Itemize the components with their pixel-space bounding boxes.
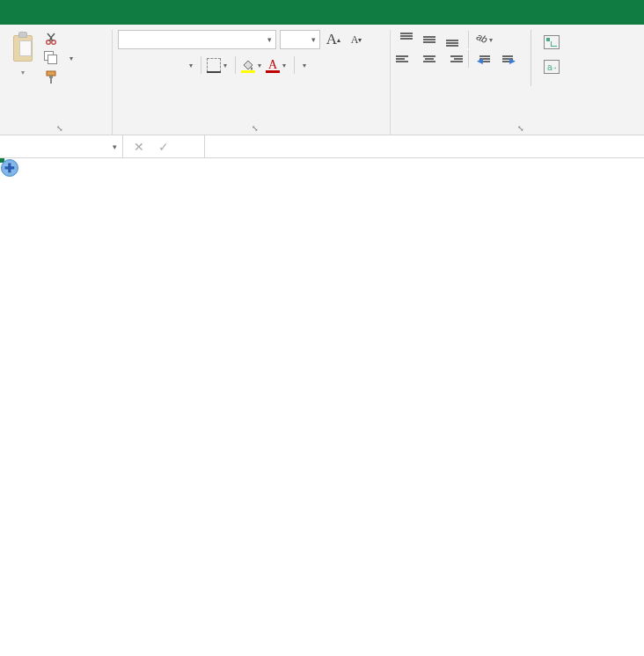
scissors-icon	[44, 32, 58, 46]
align-left-button[interactable]	[396, 49, 417, 69]
copy-dropdown-icon[interactable]: ▾	[67, 55, 76, 62]
enter-formula-button[interactable]: ✓	[151, 135, 176, 157]
decrease-font-button[interactable]: A▾	[347, 30, 366, 49]
decrease-indent-button[interactable]: ◀	[474, 49, 495, 69]
svg-point-0	[47, 40, 51, 45]
border-button[interactable]: ▾	[207, 58, 230, 72]
underline-dropdown-icon[interactable]: ▾	[187, 62, 195, 69]
brush-icon	[44, 70, 58, 84]
align-right-button[interactable]	[442, 49, 463, 69]
font-launcher-icon[interactable]: ⤡	[252, 124, 259, 133]
font-color-dropdown-icon[interactable]: ▾	[280, 62, 289, 69]
ribbon-group-font: ▾ ▾ A▴ A▾ ▾ ▾	[113, 30, 391, 135]
align-middle-button[interactable]	[419, 30, 440, 49]
cursor-icon: ✚	[0, 158, 19, 178]
cut-button[interactable]	[44, 32, 76, 46]
font-group-label: ⤡	[118, 122, 384, 133]
merge-icon: a→	[544, 60, 560, 74]
paste-button[interactable]: ▾	[5, 30, 40, 84]
ribbon-group-alignment: ab ▾ ◀ ▶	[391, 30, 644, 135]
ribbon-group-clipboard: ▾ ▾	[0, 30, 113, 135]
chevron-down-icon: ▾	[311, 35, 316, 44]
wrap-text-icon	[544, 35, 560, 49]
formula-bar: ▾ ✕ ✓	[0, 135, 644, 158]
spreadsheet-grid[interactable]: ✚	[0, 158, 644, 656]
font-color-button[interactable]: A ▾	[266, 58, 289, 72]
separator	[294, 56, 295, 74]
clipboard-launcher-icon[interactable]: ⤡	[56, 124, 63, 133]
menu-bar	[0, 0, 644, 25]
ribbon: ▾ ▾	[0, 25, 644, 135]
svg-rect-3	[49, 76, 53, 78]
bold-button[interactable]	[118, 55, 139, 76]
chevron-down-icon: ▾	[267, 35, 272, 44]
svg-rect-2	[47, 71, 55, 76]
phonetic-button[interactable]: ▾	[300, 62, 309, 69]
phonetic-dropdown-icon[interactable]: ▾	[300, 62, 309, 69]
border-icon	[207, 58, 221, 72]
align-top-button[interactable]	[396, 30, 417, 49]
font-name-combo[interactable]: ▾	[118, 30, 276, 49]
svg-rect-4	[50, 78, 52, 84]
italic-button[interactable]	[141, 55, 162, 76]
border-dropdown-icon[interactable]: ▾	[221, 62, 230, 69]
copy-icon	[44, 51, 58, 65]
svg-point-1	[52, 40, 56, 45]
align-center-button[interactable]	[419, 49, 440, 69]
separator	[468, 50, 469, 68]
fill-dropdown-icon[interactable]: ▾	[255, 62, 264, 69]
align-bottom-button[interactable]	[442, 30, 463, 49]
chevron-down-icon: ▾	[113, 142, 117, 151]
alignment-group-label: ⤡	[396, 122, 639, 133]
separator	[531, 30, 531, 86]
paste-dropdown-icon[interactable]: ▾	[21, 69, 25, 77]
separator	[235, 56, 236, 74]
underline-button[interactable]	[164, 55, 185, 76]
fill-icon	[241, 58, 255, 72]
copy-button[interactable]: ▾	[44, 51, 76, 65]
formula-bar-buttons: ✕ ✓	[123, 135, 205, 157]
orientation-button[interactable]: ab ▾	[474, 30, 497, 49]
paste-icon	[11, 32, 35, 62]
font-size-combo[interactable]: ▾	[280, 30, 320, 49]
separator	[201, 56, 201, 74]
font-color-icon: A	[266, 58, 280, 72]
name-box[interactable]: ▾	[0, 135, 123, 157]
format-painter-button[interactable]	[44, 70, 76, 84]
alignment-launcher-icon[interactable]: ⤡	[517, 124, 524, 133]
fill-color-button[interactable]: ▾	[241, 58, 264, 72]
clipboard-group-label: ⤡	[5, 122, 106, 133]
increase-indent-button[interactable]: ▶	[497, 49, 518, 69]
merge-center-button[interactable]: a→	[544, 56, 565, 77]
separator	[468, 31, 469, 48]
cancel-formula-button[interactable]: ✕	[127, 135, 151, 157]
wrap-text-button[interactable]	[544, 32, 565, 53]
increase-font-button[interactable]: A▴	[324, 30, 343, 49]
insert-function-button[interactable]	[176, 135, 201, 157]
formula-input[interactable]	[205, 135, 644, 157]
